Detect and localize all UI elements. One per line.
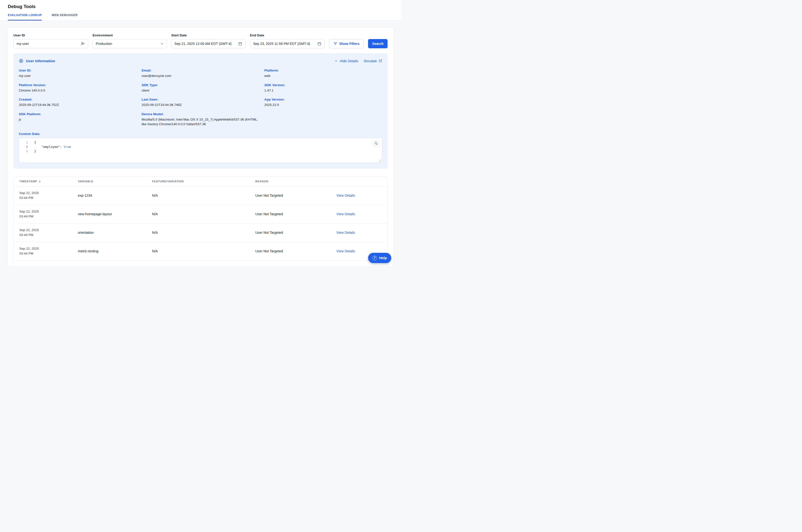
- user-information-panel: User Information Hide Details Simulate: [14, 53, 387, 169]
- user-id-field: User ID: [14, 34, 88, 48]
- reason-cell: User Not Targeted: [255, 212, 336, 216]
- environment-value: Production: [96, 42, 160, 46]
- view-details-link[interactable]: View Details: [336, 231, 387, 234]
- tab-web-debugger[interactable]: WEB DEBUGGER: [52, 14, 78, 20]
- environment-field: Environment Production: [93, 34, 167, 48]
- add-user-icon: [80, 41, 85, 46]
- search-button[interactable]: Search: [368, 39, 387, 48]
- user-circle-icon: [19, 59, 23, 63]
- code-line: 3 }: [19, 149, 382, 153]
- show-filters-button[interactable]: Show Filters: [329, 39, 364, 48]
- user-fields-grid: User ID:my-user Email:user@devcycle.com …: [19, 69, 382, 132]
- copy-icon[interactable]: [373, 140, 380, 147]
- table-row: Sep 22, 202503:44 PM orientation N/A Use…: [14, 224, 387, 242]
- timestamp-cell: Sep 22, 202503:44 PM: [19, 265, 78, 266]
- user-info-field: User ID:my-user: [19, 69, 137, 78]
- code-line: 1 {: [19, 140, 382, 145]
- user-info-field: SDK Platform:js: [19, 112, 137, 127]
- user-info-field: Platform:web: [264, 69, 382, 78]
- main-content: User ID Environment Production: [0, 21, 401, 266]
- user-info-field: SDK Version:1.47.1: [264, 83, 382, 93]
- table-row: Sep 22, 202503:44 PM metric-testing N/A …: [14, 242, 387, 261]
- evaluation-lookup-card: User ID Environment Production: [7, 27, 394, 266]
- reason-cell: User Not Targeted: [255, 193, 336, 197]
- table-header-row: TIMESTAMP VARIABLE FEATURE/VARIATION REA…: [14, 177, 387, 187]
- custom-data-editor[interactable]: 1 { 2 "employee": true 3 }: [19, 138, 382, 163]
- environment-select[interactable]: Production: [93, 39, 167, 48]
- user-info-field: App Version:2025.22.0: [264, 98, 382, 107]
- filter-icon: [333, 42, 337, 46]
- chevron-down-icon: [160, 42, 164, 46]
- filter-row: User ID Environment Production: [14, 34, 387, 48]
- start-date-label: Start Date: [171, 34, 246, 37]
- view-details-link[interactable]: View Details: [336, 193, 387, 197]
- page-title: Debug Tools: [8, 4, 393, 9]
- view-details-link[interactable]: View Details: [336, 249, 387, 253]
- feature-cell: N/A: [152, 249, 255, 253]
- user-info-field: Email:user@devcycle.com: [141, 69, 260, 78]
- top-header: Debug Tools EVALUATION LOOKUP WEB DEBUGG…: [0, 0, 401, 21]
- help-label: Help: [379, 256, 387, 260]
- variable-cell: orientation: [78, 231, 152, 234]
- end-date-field: End Date Sep 23, 2025 11:59 PM EDT (GMT-…: [250, 34, 325, 48]
- simulate-link[interactable]: Simulate: [364, 59, 382, 63]
- user-id-label: User ID: [14, 34, 88, 37]
- user-info-field: Device Model:Mozilla/5.0 (Macintosh; Int…: [141, 112, 260, 127]
- variable-cell: exp-1234: [78, 193, 152, 197]
- reason-cell: User Not Targeted: [255, 249, 336, 253]
- user-id-input[interactable]: [17, 42, 80, 46]
- tab-evaluation-lookup[interactable]: EVALUATION LOOKUP: [8, 14, 42, 20]
- header-feature-variation: FEATURE/VARIATION: [152, 180, 255, 183]
- feature-cell: N/A: [152, 231, 255, 234]
- user-info-field: Created:2025-09-22T19:44:36.752Z: [19, 98, 137, 107]
- question-circle-icon: ?: [373, 256, 377, 260]
- calendar-icon[interactable]: [238, 42, 242, 46]
- timestamp-cell: Sep 22, 202503:44 PM: [19, 246, 78, 256]
- end-date-value: Sep 23, 2025 11:59 PM EDT (GMT-4): [253, 42, 317, 46]
- header-timestamp[interactable]: TIMESTAMP: [19, 180, 78, 183]
- timestamp-cell: Sep 22, 202503:44 PM: [19, 228, 78, 238]
- variable-cell: metric-testing: [78, 249, 152, 253]
- external-link-icon: [379, 59, 382, 63]
- chevron-down-icon: [335, 59, 338, 63]
- code-line: 2 "employee": true: [19, 145, 382, 149]
- hide-details-button[interactable]: Hide Details: [335, 59, 358, 63]
- timestamp-cell: Sep 22, 202503:44 PM: [19, 209, 78, 219]
- end-date-input[interactable]: Sep 23, 2025 11:59 PM EDT (GMT-4): [250, 39, 325, 48]
- timestamp-cell: Sep 22, 202503:44 PM: [19, 191, 78, 201]
- table-row: Sep 22, 202503:44 PM new-homepage-layout…: [14, 205, 387, 224]
- environment-label: Environment: [93, 34, 167, 37]
- user-info-field: Platform Version:Chrome 140.0.0.0: [19, 83, 137, 93]
- custom-data-label: Custom Data:: [19, 132, 382, 136]
- end-date-label: End Date: [250, 34, 325, 37]
- feature-cell: N/A: [152, 212, 255, 216]
- help-button[interactable]: ? Help: [368, 253, 391, 263]
- tab-bar: EVALUATION LOOKUP WEB DEBUGGER: [8, 14, 393, 20]
- sort-desc-icon: [38, 180, 41, 183]
- reason-cell: User Not Targeted: [255, 231, 336, 234]
- show-filters-label: Show Filters: [339, 42, 360, 46]
- variable-cell: new-homepage-layout: [78, 212, 152, 216]
- user-info-field: SDK Type:client: [141, 83, 260, 93]
- table-row: Sep 22, 202503:44 PM exp-1234 N/A User N…: [14, 187, 387, 205]
- start-date-value: Sep 21, 2025 12:00 AM EDT (GMT-4): [174, 42, 238, 46]
- user-info-field: Last Seen:2025-09-22T19:44:36.749Z: [141, 98, 260, 107]
- calendar-icon[interactable]: [317, 42, 321, 46]
- resize-handle[interactable]: [379, 159, 381, 162]
- start-date-input[interactable]: Sep 21, 2025 12:00 AM EDT (GMT-4): [171, 39, 246, 48]
- table-row: Sep 22, 202503:44 PM togglebot-speed Hel…: [14, 261, 387, 266]
- header-variable: VARIABLE: [78, 180, 152, 183]
- header-reason: REASON: [255, 180, 336, 183]
- view-details-link[interactable]: View Details: [336, 212, 387, 216]
- evaluations-table: TIMESTAMP VARIABLE FEATURE/VARIATION REA…: [14, 176, 387, 266]
- feature-cell: N/A: [152, 193, 255, 197]
- start-date-field: Start Date Sep 21, 2025 12:00 AM EDT (GM…: [171, 34, 246, 48]
- panel-title: User Information: [26, 59, 55, 63]
